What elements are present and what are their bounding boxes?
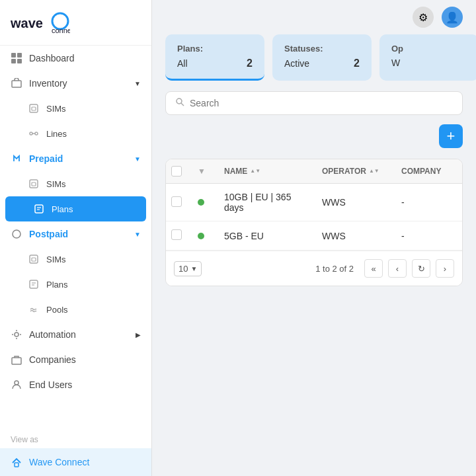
sidebar-item-sims-postpaid-label: SIMs <box>46 255 141 264</box>
sidebar-item-companies-label: Companies <box>29 354 141 365</box>
svg-rect-18 <box>30 255 38 263</box>
plans-postpaid-icon <box>28 278 40 290</box>
gear-icon: ⚙ <box>418 11 428 24</box>
summary-card-operator[interactable]: Op W <box>379 34 476 81</box>
table-col-operator[interactable]: OPERATOR ▲▼ <box>317 167 396 176</box>
sidebar-item-plans-postpaid[interactable]: Plans <box>0 272 151 297</box>
svg-rect-5 <box>11 59 16 63</box>
table-col-name[interactable]: NAME ▲▼ <box>219 167 317 176</box>
sidebar-item-lines-inventory[interactable]: Lines <box>0 121 151 146</box>
automation-icon <box>11 329 22 340</box>
companies-icon <box>11 354 22 366</box>
row2-status-dot <box>198 233 204 239</box>
svg-point-11 <box>35 132 38 135</box>
chevron-right-icon: ▶ <box>136 331 141 338</box>
svg-point-25 <box>15 381 19 385</box>
table-col-operator-label: OPERATOR <box>322 167 366 176</box>
row1-operator-cell: WWS <box>317 197 396 208</box>
summary-card-statuses-label: Active <box>284 58 309 69</box>
sidebar-item-sims-postpaid[interactable]: SIMs <box>0 247 151 272</box>
table-col-company-label: COMPANY <box>401 167 441 176</box>
sidebar-item-postpaid[interactable]: Postpaid ▼ <box>0 221 151 247</box>
sidebar-item-companies[interactable]: Companies <box>0 347 151 372</box>
row2-company: - <box>401 231 405 241</box>
refresh-button[interactable]: ↻ <box>412 259 430 278</box>
sidebar-item-inventory[interactable]: Inventory ▼ <box>0 71 151 96</box>
svg-rect-14 <box>35 205 43 213</box>
first-page-button[interactable]: « <box>364 259 383 278</box>
user-profile-button[interactable]: 👤 <box>442 7 463 28</box>
prev-page-button[interactable]: ‹ <box>388 259 407 278</box>
add-button[interactable]: + <box>439 124 463 148</box>
svg-rect-4 <box>17 53 22 58</box>
row2-name: 5GB - EU <box>224 231 264 241</box>
sidebar-item-plans-prepaid[interactable]: Plans <box>5 196 146 221</box>
row1-checkbox[interactable] <box>171 196 182 207</box>
settings-icon-button[interactable]: ⚙ <box>413 7 434 28</box>
view-as-label: View as <box>11 435 38 444</box>
page-size-chevron: ▼ <box>190 265 197 272</box>
summary-card-plans-title: Plans: <box>177 44 253 54</box>
summary-card-plans-label: All <box>177 58 188 69</box>
table-header: ▼ NAME ▲▼ OPERATOR ▲▼ COMPANY <box>166 159 462 184</box>
sidebar-item-end-users[interactable]: End Users <box>0 372 151 397</box>
select-all-checkbox[interactable] <box>171 166 182 177</box>
pools-icon <box>28 303 40 315</box>
svg-rect-8 <box>30 104 38 112</box>
sort-name-icon[interactable]: ▲▼ <box>250 169 260 174</box>
sim-postpaid-icon <box>28 253 40 265</box>
sidebar-item-plans-prepaid-label: Plans <box>52 204 138 214</box>
sort-operator-icon[interactable]: ▲▼ <box>369 169 379 174</box>
sidebar-item-prepaid-label: Prepaid <box>29 153 128 164</box>
chevron-down-icon-postpaid: ▼ <box>134 231 141 238</box>
sidebar-item-wave-connect[interactable]: Wave Connect <box>0 448 151 476</box>
sim-icon <box>28 102 40 114</box>
table-col-company: COMPANY <box>396 167 462 176</box>
sidebar-item-inventory-label: Inventory <box>29 78 128 89</box>
logo-area: wave connect <box>0 0 151 46</box>
row1-status-dot <box>198 199 204 206</box>
svg-text:connect: connect <box>52 26 70 34</box>
svg-point-10 <box>30 132 32 135</box>
sidebar-item-prepaid[interactable]: Prepaid ▼ <box>0 146 151 171</box>
sidebar-item-lines-inventory-label: Lines <box>46 129 141 139</box>
summary-card-operator-title: Op <box>391 44 467 54</box>
svg-text:wave: wave <box>11 16 43 30</box>
row2-operator-cell: WWS <box>317 231 396 241</box>
sidebar-item-pools-postpaid-label: Pools <box>46 305 141 315</box>
view-as[interactable]: View as <box>0 431 151 448</box>
search-input[interactable] <box>190 98 453 108</box>
row2-operator: WWS <box>322 231 346 241</box>
svg-rect-9 <box>32 107 36 110</box>
svg-rect-24 <box>12 358 21 364</box>
sidebar-item-wave-connect-label: Wave Connect <box>29 457 141 467</box>
summary-card-plans[interactable]: Plans: All 2 <box>165 34 264 81</box>
sidebar-item-sims-inventory[interactable]: SIMs <box>0 96 151 121</box>
svg-rect-20 <box>30 280 38 288</box>
plans-prepaid-icon <box>33 203 45 215</box>
content-area: Plans: All 2 Statuses: Active 2 Op W <box>152 34 476 476</box>
chevron-down-icon: ▼ <box>134 80 141 87</box>
sidebar: wave connect Dashboard Inventory ▼ SIMs <box>0 0 152 476</box>
row2-checkbox[interactable] <box>171 229 182 240</box>
sidebar-item-sims-prepaid[interactable]: SIMs <box>0 171 151 196</box>
page-size-select[interactable]: 10 ▼ <box>174 261 202 276</box>
end-users-icon <box>11 379 22 391</box>
sidebar-item-plans-postpaid-label: Plans <box>46 280 141 290</box>
svg-point-23 <box>15 333 19 337</box>
sidebar-item-pools-postpaid[interactable]: Pools <box>0 297 151 322</box>
lines-icon <box>28 128 40 139</box>
table-col-checkbox <box>166 166 192 177</box>
dashboard-icon <box>11 52 22 64</box>
wave-connect-home-icon <box>11 456 22 468</box>
svg-rect-3 <box>11 53 16 58</box>
row1-status-cell <box>192 197 219 208</box>
row2-checkbox-cell <box>166 229 192 242</box>
svg-point-27 <box>177 99 182 104</box>
next-page-button[interactable]: › <box>436 259 454 278</box>
inventory-icon <box>11 77 22 89</box>
summary-card-statuses[interactable]: Statuses: Active 2 <box>272 34 372 81</box>
sidebar-item-dashboard[interactable]: Dashboard <box>0 46 151 71</box>
sidebar-item-end-users-label: End Users <box>29 379 141 390</box>
sidebar-item-automation[interactable]: Automation ▶ <box>0 322 151 347</box>
